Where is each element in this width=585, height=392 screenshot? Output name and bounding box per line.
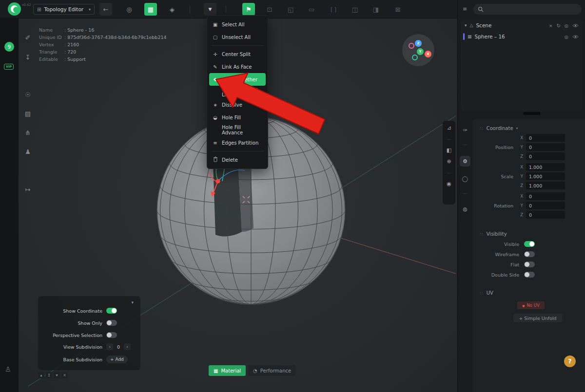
- app-logo[interactable]: [8, 2, 21, 16]
- camera-icon[interactable]: ◉: [447, 181, 451, 187]
- menu-item-center-split[interactable]: ✛Center Split: [207, 48, 268, 60]
- panel-right-icon[interactable]: ◨: [370, 3, 382, 16]
- brackets-icon[interactable]: [ ]: [327, 3, 340, 16]
- simple-unfold-button[interactable]: + Simple Unfold: [513, 314, 562, 322]
- menu-item-link-as-face[interactable]: ✎Link As Face: [207, 60, 268, 73]
- tab-material[interactable]: ▦ Material: [209, 365, 246, 376]
- tree-item-sphere[interactable]: ▦ Sphere – 16 ◎: [461, 31, 583, 42]
- rotation-z-input[interactable]: 0: [526, 211, 565, 219]
- magnet-icon[interactable]: ◎: [123, 3, 136, 16]
- triangle-up-icon[interactable]: ▴: [38, 372, 44, 378]
- arrow-up-icon[interactable]: ↥: [46, 372, 52, 378]
- tab-performance[interactable]: ◔ Performance: [248, 365, 296, 376]
- double-side-toggle[interactable]: [524, 272, 535, 278]
- export-icon[interactable]: ⊠: [391, 3, 404, 16]
- copy-icon[interactable]: ◱: [284, 3, 297, 16]
- chevron-down-icon[interactable]: ▾: [465, 23, 467, 28]
- mode-selector[interactable]: ⊞ Topology Editor ▾: [33, 4, 95, 15]
- perspective-icon[interactable]: ◧: [447, 147, 451, 154]
- show-only-toggle[interactable]: [106, 320, 117, 326]
- mesh-menu-trigger[interactable]: ▼: [204, 3, 216, 16]
- node-graph-icon[interactable]: ⋔: [22, 127, 33, 138]
- rotation-x-input[interactable]: 0: [526, 192, 565, 200]
- vip-badge[interactable]: VIP: [4, 64, 14, 70]
- globe-tab-icon[interactable]: ◍: [460, 204, 470, 214]
- position-x-input[interactable]: 0: [526, 134, 565, 142]
- menu-item-edges-partition[interactable]: ≡Edges Partition: [207, 136, 268, 149]
- lamp-icon[interactable]: ☉: [22, 89, 33, 100]
- menu-item-select-all[interactable]: ▣Select All: [207, 18, 268, 31]
- uv-section-header[interactable]: ∷ UV: [480, 290, 585, 296]
- visible-toggle[interactable]: [524, 241, 535, 247]
- viewport-side-toolbar: ⊿ — ◧ ⊕ — ◉: [443, 121, 455, 205]
- stepper-next-button[interactable]: ›: [124, 343, 131, 350]
- collapse-all-icon[interactable]: ×: [549, 23, 553, 28]
- axis-y-ball[interactable]: Y: [417, 48, 424, 55]
- collab-users-icon[interactable]: ♟: [22, 146, 33, 157]
- scale-x-input[interactable]: 1.000: [526, 163, 565, 171]
- download-icon[interactable]: ↧: [22, 52, 33, 62]
- import-icon[interactable]: ⊡: [263, 3, 276, 16]
- focus-icon[interactable]: ◎: [565, 34, 568, 39]
- vertex-cube-icon[interactable]: ◈: [166, 3, 178, 16]
- notification-badge[interactable]: 9: [4, 42, 14, 52]
- pen-tool-icon[interactable]: ✐: [22, 32, 33, 43]
- menu-item-delete[interactable]: Delete: [207, 153, 268, 166]
- menu-item-unselect-all[interactable]: ▢Unselect All: [207, 31, 268, 43]
- scale-z-input[interactable]: 1.000: [526, 182, 565, 189]
- rotation-y-input[interactable]: 0: [526, 202, 565, 209]
- coordinate-section-header[interactable]: ∷ Coordinate ▾: [480, 126, 585, 131]
- wireframe-toggle[interactable]: [524, 251, 535, 257]
- eye-icon[interactable]: [572, 23, 579, 28]
- panel-resize-handle[interactable]: [523, 112, 541, 115]
- menu-item-dissolve[interactable]: ∗Dissolve: [207, 98, 268, 111]
- menu-item-hole-fill[interactable]: ◒Hole Fill: [207, 111, 268, 124]
- orientation-gizmo[interactable]: Z Y X: [402, 34, 434, 66]
- eye-icon[interactable]: [572, 35, 579, 39]
- flat-toggle[interactable]: [524, 261, 535, 267]
- brush-tab-icon[interactable]: ✑: [460, 125, 470, 135]
- scene-tree-header[interactable]: ▾ △ Scene × ↻ ◎: [461, 19, 583, 31]
- chevron-down-icon: ▾: [89, 7, 91, 12]
- show-coordinate-toggle[interactable]: [106, 308, 117, 314]
- refresh-icon[interactable]: ↻: [557, 23, 561, 28]
- menu-item-piece-together[interactable]: ❖Piece Together: [209, 73, 266, 86]
- sphere-tab-icon[interactable]: ◯: [460, 173, 470, 184]
- search-input[interactable]: [487, 6, 577, 12]
- axis-x-ball[interactable]: X: [425, 51, 431, 57]
- axis-z-ball[interactable]: Z: [415, 40, 422, 47]
- mesh-item-icon: ▦: [468, 34, 472, 39]
- scale-y-input[interactable]: 1.000: [526, 172, 565, 180]
- back-button[interactable]: ←: [99, 3, 112, 16]
- chevron-down-icon[interactable]: ▾: [54, 372, 60, 378]
- axis-ring-icon[interactable]: [412, 55, 418, 60]
- position-y-input[interactable]: 0: [526, 143, 565, 151]
- search-box[interactable]: [473, 4, 582, 15]
- menu-item-piece-together-loop[interactable]: Piece Together Loop: [207, 86, 268, 98]
- lasso-select-icon[interactable]: ⚑: [242, 3, 255, 16]
- filter-icon[interactable]: ≡: [463, 6, 467, 12]
- stepper-prev-button[interactable]: ‹: [106, 343, 113, 350]
- support-icon[interactable]: ♙: [5, 365, 11, 373]
- face-select-icon[interactable]: ▦: [144, 3, 157, 16]
- settings-tab-icon[interactable]: ⚙: [460, 156, 470, 167]
- axis-ring-icon[interactable]: [409, 43, 414, 49]
- toggle-row: Show Only: [38, 320, 140, 326]
- measure-icon[interactable]: ⊿: [447, 125, 451, 131]
- view-subdivision-value: 0: [113, 344, 124, 350]
- split-view-icon[interactable]: ◫: [349, 3, 361, 16]
- close-icon[interactable]: ×: [61, 372, 68, 378]
- menu-item-hole-fill-advance[interactable]: Hole Fill Advance: [207, 124, 268, 136]
- visibility-section-header[interactable]: ∷ Visibility: [480, 231, 585, 237]
- frame-icon[interactable]: ▭: [305, 3, 318, 16]
- help-button[interactable]: ?: [564, 355, 576, 367]
- position-z-input[interactable]: 0: [526, 152, 565, 160]
- reference-book-icon[interactable]: ▤: [22, 108, 33, 119]
- exit-icon[interactable]: ↦: [22, 184, 33, 195]
- perspective-selection-toggle[interactable]: [106, 332, 117, 338]
- visibility-row: Flat: [472, 261, 585, 267]
- focus-target-icon[interactable]: ⊕: [447, 158, 451, 165]
- isolate-icon[interactable]: ◎: [565, 23, 568, 28]
- chevron-down-icon[interactable]: ▾: [131, 300, 134, 305]
- add-subdivision-button[interactable]: + Add: [106, 355, 128, 363]
